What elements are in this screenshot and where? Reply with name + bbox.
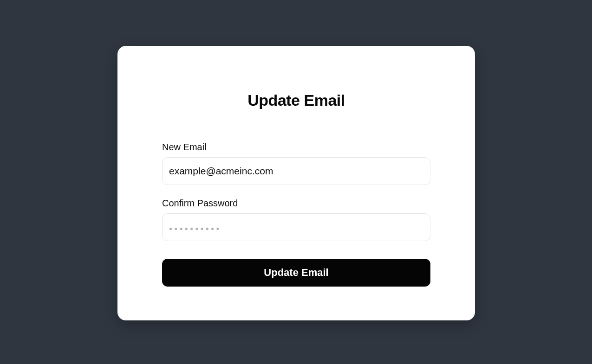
card-title: Update Email <box>162 91 430 109</box>
new-email-group: New Email <box>162 142 430 185</box>
new-email-input[interactable] <box>162 157 430 185</box>
confirm-password-label: Confirm Password <box>162 198 430 209</box>
confirm-password-group: Confirm Password <box>162 198 430 241</box>
confirm-password-input[interactable] <box>162 213 430 241</box>
new-email-label: New Email <box>162 142 430 153</box>
update-email-button[interactable]: Update Email <box>162 259 430 287</box>
update-email-card: Update Email New Email Confirm Password … <box>117 46 475 320</box>
